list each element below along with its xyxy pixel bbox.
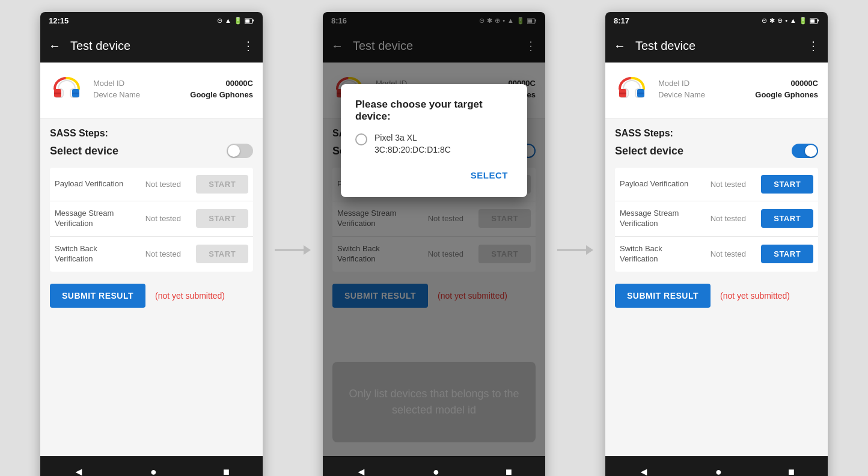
step-name: Switch Back Verification <box>620 244 695 264</box>
step-start-button[interactable]: START <box>196 245 248 263</box>
option-line2: 3C:8D:20:DC:D1:8C <box>374 144 451 156</box>
nav-back-icon[interactable]: ◄ <box>61 463 96 476</box>
back-icon[interactable]: ← <box>49 39 61 53</box>
steps-table: Payload Verification Not tested START Me… <box>615 168 818 272</box>
app-bar-title: Test device <box>635 39 807 53</box>
step-status: Not tested <box>135 249 191 258</box>
phone-screen-1: 12:15 ⊝▲🔋 ← Test device ⋮ Model ID 00000… <box>40 12 263 476</box>
step-row-1: Message Stream Verification Not tested S… <box>615 201 818 237</box>
back-icon[interactable]: ← <box>614 39 626 53</box>
choose-device-dialog: Please choose your target device: Pixel … <box>341 84 527 197</box>
steps-table: Payload Verification Not tested START Me… <box>50 168 253 272</box>
option-text: Pixel 3a XL 3C:8D:20:DC:D1:8C <box>374 132 451 156</box>
step-row-2: Switch Back Verification Not tested STAR… <box>50 237 253 272</box>
svg-rect-24 <box>637 93 644 94</box>
device-info: Model ID 00000C Device Name Google Gphon… <box>658 79 818 102</box>
nav-recents-icon[interactable]: ■ <box>494 463 524 476</box>
status-bar: 12:15 ⊝▲🔋 <box>40 12 263 29</box>
model-id-label: Model ID <box>658 79 689 88</box>
step-name: Message Stream Verification <box>55 209 130 229</box>
nav-home-icon[interactable]: ● <box>421 463 451 476</box>
svg-marker-8 <box>304 245 311 255</box>
svg-rect-5 <box>54 93 61 94</box>
step-status: Not tested <box>135 214 191 223</box>
arrow-1 <box>275 238 311 262</box>
model-id-value: 00000C <box>225 79 253 88</box>
bottom-nav: ◄ ● ■ <box>605 456 828 476</box>
nav-home-icon[interactable]: ● <box>703 463 734 476</box>
device-name-label: Device Name <box>658 90 705 99</box>
status-time: 8:17 <box>614 16 629 25</box>
step-name: Payload Verification <box>620 179 695 189</box>
arrow-2 <box>557 238 593 262</box>
dialog-option-0[interactable]: Pixel 3a XL 3C:8D:20:DC:D1:8C <box>355 132 513 156</box>
device-card: Model ID 00000C Device Name Google Gphon… <box>605 63 828 118</box>
select-button[interactable]: SELECT <box>466 168 513 183</box>
model-id-label: Model ID <box>93 79 124 88</box>
bottom-nav: ◄ ● ■ <box>40 456 263 476</box>
submit-area: SUBMIT RESULT (not yet submitted) <box>615 284 818 308</box>
submit-result-button[interactable]: SUBMIT RESULT <box>50 284 145 308</box>
step-status: Not tested <box>135 180 191 189</box>
svg-rect-1 <box>245 19 249 23</box>
svg-rect-20 <box>818 19 819 21</box>
step-status: Not tested <box>700 214 756 223</box>
svg-rect-19 <box>810 19 815 23</box>
nav-back-icon[interactable]: ◄ <box>344 463 379 476</box>
step-start-button[interactable]: START <box>761 245 813 263</box>
status-icons: ⊝✱⊕•▲🔋 <box>762 17 819 25</box>
not-submitted-label: (not yet submitted) <box>720 291 790 301</box>
submit-result-button[interactable]: SUBMIT RESULT <box>615 284 711 308</box>
step-start-button[interactable]: START <box>761 175 813 194</box>
nav-recents-icon[interactable]: ■ <box>776 463 807 476</box>
status-time: 12:15 <box>49 16 69 25</box>
step-status: Not tested <box>700 249 756 258</box>
svg-rect-2 <box>252 19 254 21</box>
device-name-value: Google Gphones <box>755 90 818 99</box>
radio-icon <box>355 133 367 145</box>
dialog-title: Please choose your target device: <box>355 99 513 123</box>
select-device-toggle[interactable] <box>792 144 818 158</box>
dialog-overlay: Please choose your target device: Pixel … <box>323 12 545 457</box>
app-bar-title: Test device <box>70 39 242 53</box>
bottom-nav: ◄ ● ■ <box>323 456 545 476</box>
sass-steps-title: SASS Steps: <box>615 128 818 139</box>
device-logo <box>50 72 84 108</box>
select-device-row: Select device <box>615 144 818 158</box>
app-bar: ← Test device ⋮ <box>605 29 828 63</box>
select-device-label: Select device <box>615 145 683 157</box>
step-start-button[interactable]: START <box>196 209 248 228</box>
step-row-2: Switch Back Verification Not tested STAR… <box>615 237 818 272</box>
step-row-1: Message Stream Verification Not tested S… <box>50 201 253 237</box>
step-status: Not tested <box>700 180 756 189</box>
phone-screen-2: 8:16 ⊝✱⊕•▲🔋 ← Test device ⋮ Model ID 000… <box>323 12 545 476</box>
nav-home-icon[interactable]: ● <box>138 463 169 476</box>
step-name: Message Stream Verification <box>620 209 695 229</box>
not-submitted-label: (not yet submitted) <box>155 291 225 301</box>
svg-marker-17 <box>586 245 593 255</box>
device-name-label: Device Name <box>93 90 140 99</box>
step-row-0: Payload Verification Not tested START <box>615 168 818 201</box>
nav-recents-icon[interactable]: ■ <box>211 463 242 476</box>
status-icons: ⊝▲🔋 <box>217 17 254 25</box>
svg-rect-6 <box>72 93 79 94</box>
step-name: Payload Verification <box>55 179 130 189</box>
option-line1: Pixel 3a XL <box>374 132 451 144</box>
status-bar: 8:17 ⊝✱⊕•▲🔋 <box>605 12 828 29</box>
submit-area: SUBMIT RESULT (not yet submitted) <box>50 284 253 308</box>
step-name: Switch Back Verification <box>55 244 130 264</box>
select-device-toggle[interactable] <box>227 144 253 158</box>
step-row-0: Payload Verification Not tested START <box>50 168 253 201</box>
more-icon[interactable]: ⋮ <box>807 38 819 53</box>
phone-screen-3: 8:17 ⊝✱⊕•▲🔋 ← Test device ⋮ Model ID 000… <box>605 12 828 476</box>
step-start-button[interactable]: START <box>196 175 248 194</box>
svg-rect-23 <box>619 93 626 94</box>
device-card: Model ID 00000C Device Name Google Gphon… <box>40 63 263 118</box>
step-start-button[interactable]: START <box>761 209 813 228</box>
dialog-actions: SELECT <box>355 168 513 183</box>
more-icon[interactable]: ⋮ <box>242 38 254 53</box>
nav-back-icon[interactable]: ◄ <box>626 463 661 476</box>
sass-steps-title: SASS Steps: <box>50 128 253 139</box>
device-info: Model ID 00000C Device Name Google Gphon… <box>93 79 253 102</box>
device-logo <box>615 72 649 108</box>
